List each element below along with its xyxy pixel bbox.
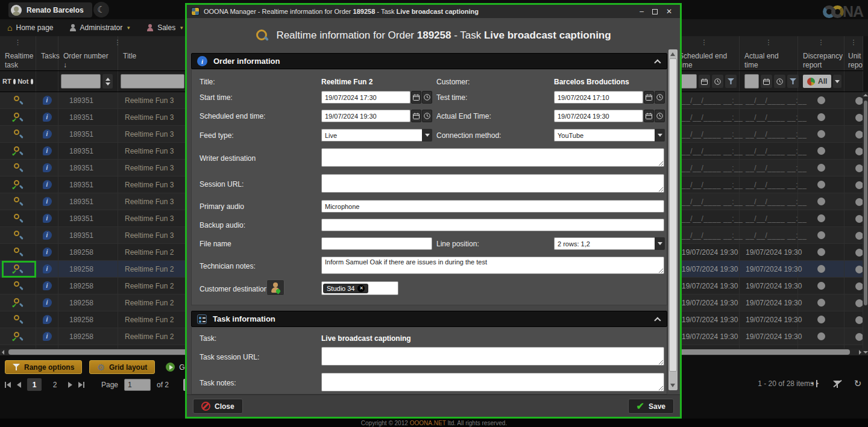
grid-layout-button[interactable]: ⚙Grid layout	[89, 360, 155, 374]
nav-administrator[interactable]: Administrator▼	[69, 23, 131, 32]
prev-page-button[interactable]	[17, 382, 21, 388]
writer-destination-textarea[interactable]	[321, 148, 664, 167]
not-radio[interactable]	[31, 79, 34, 84]
refresh-icon[interactable]: ↻	[851, 377, 864, 390]
info-icon[interactable]: i	[43, 298, 52, 307]
line-position-select[interactable]: 2 rows: 1,2	[554, 237, 655, 250]
info-icon[interactable]: i	[43, 264, 52, 273]
info-icon[interactable]: i	[43, 315, 52, 324]
magnifier-icon[interactable]: ✔	[13, 314, 24, 325]
column-header-discrepancy-report[interactable]: ⋮Discrepancy report	[798, 36, 844, 70]
chevron-down-icon[interactable]	[833, 75, 841, 88]
actual-filter-input[interactable]	[744, 74, 759, 89]
info-icon[interactable]: i	[43, 113, 52, 122]
magnifier-icon[interactable]: ✔	[13, 213, 24, 224]
range-options-button[interactable]: Range options	[5, 360, 82, 374]
column-menu-icon[interactable]: ⋮	[701, 39, 708, 47]
info-icon[interactable]: i	[43, 332, 52, 341]
column-header-tasks[interactable]: Tasks	[36, 36, 58, 70]
customer-destination-picker-button[interactable]	[266, 279, 285, 296]
feed-type-select[interactable]: Live	[321, 129, 422, 142]
scrollbar-thumb[interactable]	[864, 101, 867, 305]
info-icon[interactable]: i	[43, 231, 52, 240]
fit-columns-icon[interactable]	[810, 377, 823, 390]
magnifier-icon[interactable]: ✔	[13, 95, 24, 106]
info-icon[interactable]: i	[43, 214, 52, 223]
clock-icon[interactable]	[655, 91, 665, 104]
collapse-caret-icon[interactable]	[654, 317, 661, 323]
filter-funnel-icon[interactable]	[725, 75, 737, 88]
magnifier-icon[interactable]: ✔	[13, 230, 24, 241]
calendar-icon[interactable]	[411, 91, 421, 104]
dialog-title-bar[interactable]: OOONA Manager - Realtime information for…	[187, 5, 680, 18]
chevron-down-icon[interactable]	[422, 129, 432, 142]
info-icon[interactable]: i	[43, 281, 52, 290]
customer-destination-input[interactable]: Studio 34 ✕	[321, 281, 398, 295]
user-menu[interactable]: Renato Barcelos	[8, 2, 92, 17]
clock-icon[interactable]	[422, 110, 432, 122]
minimize-button[interactable]: –	[640, 8, 644, 15]
calendar-icon[interactable]	[699, 75, 710, 88]
clear-filters-icon[interactable]	[831, 377, 844, 390]
number-spinner[interactable]	[102, 74, 113, 89]
page-1-button[interactable]: 1	[27, 378, 42, 391]
column-menu-icon[interactable]: ⋮	[818, 39, 825, 47]
collapse-caret-icon[interactable]	[654, 59, 661, 66]
info-icon[interactable]: i	[43, 163, 52, 172]
calendar-icon[interactable]	[644, 110, 654, 122]
column-menu-icon[interactable]: ⋮	[766, 39, 772, 47]
clock-icon[interactable]	[422, 91, 432, 104]
first-page-button[interactable]	[5, 382, 11, 388]
save-button[interactable]: ✔ Save	[628, 399, 674, 414]
page-number-input[interactable]	[124, 379, 151, 391]
technician-notes-textarea[interactable]: Inform Samuel Oak if there are issues in…	[321, 257, 664, 274]
task-notes-textarea[interactable]	[321, 373, 664, 391]
calendar-icon[interactable]	[761, 75, 772, 88]
remove-chip-icon[interactable]: ✕	[357, 285, 365, 292]
title-filter-input[interactable]	[121, 74, 184, 89]
column-header-unit-report[interactable]: ⋮Unit report	[844, 36, 863, 70]
close-button[interactable]: Close	[193, 399, 243, 414]
magnifier-icon[interactable]: ✔	[13, 298, 24, 308]
magnifier-icon[interactable]: ✔	[13, 331, 24, 342]
info-icon[interactable]: i	[43, 197, 52, 206]
start-time-input[interactable]	[321, 91, 410, 104]
magnifier-icon[interactable]: ✔	[13, 281, 24, 291]
task-session-url-textarea[interactable]	[321, 347, 664, 366]
last-page-button[interactable]	[78, 382, 84, 388]
info-icon[interactable]: i	[43, 180, 52, 189]
magnifier-icon[interactable]: ✔	[13, 129, 24, 140]
magnifier-icon[interactable]: ✔	[13, 163, 24, 173]
dark-mode-toggle[interactable]: ☾	[93, 2, 109, 17]
next-page-button[interactable]	[68, 382, 72, 388]
order-number-filter-input[interactable]	[61, 74, 101, 89]
test-time-input[interactable]	[554, 91, 643, 104]
calendar-icon[interactable]	[644, 91, 654, 104]
order-info-section-header[interactable]: i Order information	[191, 53, 667, 69]
info-icon[interactable]: i	[43, 146, 52, 155]
nav-home[interactable]: ⌂ Home page	[7, 23, 54, 32]
magnifier-icon[interactable]: ✔	[13, 146, 24, 157]
close-window-button[interactable]: ✕	[666, 8, 672, 15]
primary-audio-input[interactable]	[321, 200, 664, 213]
chevron-down-icon[interactable]	[655, 237, 665, 250]
column-header-actual-end-time[interactable]: ⋮Actual end time	[740, 36, 798, 70]
column-menu-icon[interactable]: ⋮	[14, 39, 21, 47]
column-header-order-number[interactable]: ⋮Order number ↓	[58, 36, 118, 70]
info-icon[interactable]: i	[43, 248, 52, 257]
connection-method-select[interactable]: YouTube	[554, 129, 655, 142]
scheduled-end-time-input[interactable]	[321, 110, 410, 122]
actual-end-time-input[interactable]	[554, 110, 643, 122]
clock-icon[interactable]	[655, 110, 665, 122]
clock-icon[interactable]	[712, 75, 723, 88]
backup-audio-input[interactable]	[321, 219, 664, 231]
info-icon[interactable]: i	[43, 96, 52, 105]
vertical-scrollbar[interactable]	[863, 92, 868, 355]
session-url-textarea[interactable]	[321, 174, 664, 193]
dialog-scrollbar[interactable]	[668, 49, 678, 390]
rt-radio[interactable]	[13, 79, 16, 84]
magnifier-icon[interactable]: ✔	[13, 247, 24, 258]
info-icon[interactable]: i	[43, 129, 52, 139]
magnifier-icon[interactable]: ✔	[13, 179, 24, 190]
page-2-button[interactable]: 2	[48, 378, 62, 391]
